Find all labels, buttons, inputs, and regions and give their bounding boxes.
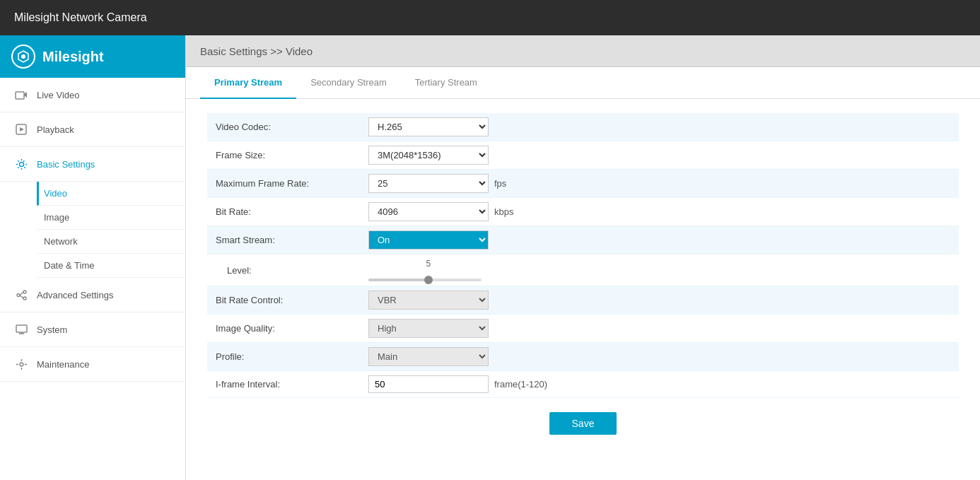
sidebar-item-maintenance[interactable]: Maintenance: [0, 347, 185, 382]
control-video-codec: H.264 H.265 H.265+: [363, 113, 494, 141]
control-iframe-interval: frame(1-120): [363, 371, 553, 397]
svg-marker-5: [20, 127, 24, 131]
sidebar-sub-item-network[interactable]: Network: [37, 230, 185, 254]
svg-point-7: [17, 293, 20, 296]
advanced-icon: [14, 288, 28, 302]
svg-line-10: [20, 292, 23, 295]
tab-secondary-stream-label: Secondary Stream: [310, 77, 387, 88]
select-bit-rate-control[interactable]: CBR VBR: [368, 291, 489, 310]
slider-fill: [368, 279, 431, 281]
slider-track: [368, 279, 482, 281]
control-profile: Baseline Main High: [363, 343, 494, 370]
control-smart-stream: On Off: [363, 226, 494, 254]
brand-name: Milesight: [42, 49, 104, 65]
slider-thumb[interactable]: [424, 276, 433, 284]
control-level: 5: [363, 254, 487, 286]
sidebar: Milesight Live Video Playback: [0, 35, 186, 480]
form-row-iframe-interval: I-frame Interval: frame(1-120): [207, 371, 959, 398]
form-container: Video Codec: H.264 H.265 H.265+ Frame Si…: [186, 99, 980, 463]
sidebar-item-basic-settings-label: Basic Settings: [37, 159, 95, 170]
control-max-frame-rate: 5 10 15 20 25 30 fps: [363, 170, 512, 197]
label-frame-size: Frame Size:: [207, 144, 363, 166]
select-bit-rate[interactable]: 512 1024 2048 4096 8192: [368, 202, 489, 221]
select-max-frame-rate[interactable]: 5 10 15 20 25 30: [368, 174, 489, 193]
unit-frame: frame(1-120): [494, 379, 547, 390]
svg-point-6: [19, 162, 23, 166]
layout: Milesight Live Video Playback: [0, 35, 980, 480]
label-bit-rate-control: Bit Rate Control:: [207, 289, 363, 311]
sidebar-item-live-video-label: Live Video: [37, 90, 79, 100]
label-video-codec: Video Codec:: [207, 116, 363, 138]
tab-secondary-stream[interactable]: Secondary Stream: [296, 67, 401, 99]
camera-icon: [14, 88, 28, 102]
form-row-bit-rate: Bit Rate: 512 1024 2048 4096 8192 kbps: [207, 198, 959, 226]
sidebar-sub-image-label: Image: [44, 212, 69, 223]
label-bit-rate: Bit Rate:: [207, 201, 363, 223]
breadcrumb: Basic Settings >> Video: [186, 35, 980, 67]
tab-primary-stream-label: Primary Stream: [214, 77, 282, 88]
tab-tertiary-stream[interactable]: Tertiary Stream: [401, 67, 491, 99]
input-iframe-interval[interactable]: [368, 375, 489, 393]
top-bar: Milesight Network Camera: [0, 0, 980, 35]
content-area: Primary Stream Secondary Stream Tertiary…: [186, 67, 980, 480]
sidebar-item-basic-settings[interactable]: Basic Settings: [0, 147, 185, 182]
svg-line-11: [20, 295, 23, 298]
breadcrumb-text: Basic Settings >> Video: [200, 45, 313, 57]
select-frame-size[interactable]: 1M(1280*960) 2M(1920*1080) 3M(2048*1536)…: [368, 146, 489, 165]
form-row-max-frame-rate: Maximum Frame Rate: 5 10 15 20 25 30 fps: [207, 170, 959, 198]
svg-point-8: [23, 291, 26, 293]
svg-point-1: [21, 54, 25, 59]
save-area: Save: [207, 398, 959, 449]
sidebar-item-advanced-settings-label: Advanced Settings: [37, 290, 113, 300]
unit-fps: fps: [494, 178, 506, 189]
sidebar-sub-date-time-label: Date & Time: [44, 260, 95, 271]
svg-point-15: [20, 363, 23, 366]
sidebar-item-system-label: System: [37, 324, 67, 335]
label-image-quality: Image Quality:: [207, 317, 363, 339]
sidebar-item-maintenance-label: Maintenance: [37, 359, 89, 370]
select-profile[interactable]: Baseline Main High: [368, 347, 489, 366]
control-bit-rate: 512 1024 2048 4096 8192 kbps: [363, 198, 519, 226]
label-level: Level:: [207, 259, 363, 281]
sidebar-item-advanced-settings[interactable]: Advanced Settings: [0, 278, 185, 312]
label-max-frame-rate: Maximum Frame Rate:: [207, 172, 363, 194]
sidebar-sub-item-video[interactable]: Video: [37, 182, 185, 206]
sidebar-item-system[interactable]: System: [0, 312, 185, 347]
svg-rect-2: [16, 92, 24, 99]
sidebar-sub-item-date-time[interactable]: Date & Time: [37, 254, 185, 278]
unit-kbps: kbps: [494, 206, 513, 217]
form-row-video-codec: Video Codec: H.264 H.265 H.265+: [207, 113, 959, 141]
form-row-level: Level: 5: [207, 254, 959, 286]
sidebar-sub-video-label: Video: [44, 188, 67, 199]
main-content: Basic Settings >> Video Primary Stream S…: [186, 35, 980, 480]
form-row-frame-size: Frame Size: 1M(1280*960) 2M(1920*1080) 3…: [207, 141, 959, 170]
label-smart-stream: Smart Stream:: [207, 229, 363, 251]
tabs: Primary Stream Secondary Stream Tertiary…: [186, 67, 980, 99]
save-button[interactable]: Save: [549, 412, 617, 435]
sidebar-sub-item-image[interactable]: Image: [37, 206, 185, 230]
svg-point-9: [23, 297, 26, 300]
sidebar-item-playback[interactable]: Playback: [0, 112, 185, 147]
control-frame-size: 1M(1280*960) 2M(1920*1080) 3M(2048*1536)…: [363, 141, 494, 169]
form-row-profile: Profile: Baseline Main High: [207, 343, 959, 371]
sidebar-item-live-video[interactable]: Live Video: [0, 78, 185, 112]
select-image-quality[interactable]: Low Medium High Ultra High: [368, 319, 489, 338]
sidebar-sub-network-label: Network: [44, 236, 78, 247]
control-image-quality: Low Medium High Ultra High: [363, 315, 494, 342]
svg-rect-12: [16, 325, 27, 332]
control-bit-rate-control: CBR VBR: [363, 286, 494, 314]
sidebar-sub-basic-settings: Video Image Network Date & Time: [0, 182, 185, 278]
label-iframe-interval: I-frame Interval:: [207, 373, 363, 395]
tab-primary-stream[interactable]: Primary Stream: [200, 67, 296, 99]
sidebar-item-group-basic-settings: Basic Settings Video Image Network Date …: [0, 147, 185, 278]
form-row-image-quality: Image Quality: Low Medium High Ultra Hig…: [207, 315, 959, 343]
brand-logo: [11, 45, 35, 69]
tab-tertiary-stream-label: Tertiary Stream: [415, 77, 477, 88]
app-title: Milesight Network Camera: [14, 11, 147, 24]
playback-icon: [14, 122, 28, 136]
sidebar-brand: Milesight: [0, 35, 185, 78]
select-smart-stream[interactable]: On Off: [368, 230, 489, 250]
sidebar-item-playback-label: Playback: [37, 124, 74, 135]
select-video-codec[interactable]: H.264 H.265 H.265+: [368, 117, 489, 136]
label-profile: Profile:: [207, 346, 363, 368]
